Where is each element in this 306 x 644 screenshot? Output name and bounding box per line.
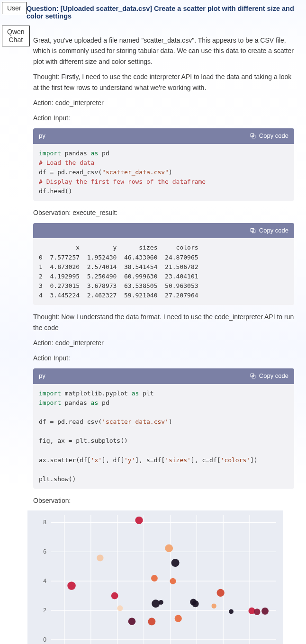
svg-point-48 — [229, 609, 234, 614]
code-lang-label: py — [39, 131, 45, 141]
question-text: Question: [Uploaded scatter_data.csv] Cr… — [0, 0, 306, 25]
code-block-1: py Copy code import pandas as pd # Load … — [33, 128, 294, 201]
svg-point-45 — [170, 578, 176, 584]
copy-icon — [250, 373, 256, 379]
role-bot-tag: QwenChat — [2, 26, 30, 46]
code-body-2: import matplotlib.pyplot as plt import p… — [33, 384, 294, 489]
svg-point-42 — [148, 618, 155, 626]
intro-paragraph: Great, you've uploaded a file named "sca… — [33, 35, 294, 67]
svg-point-46 — [192, 600, 198, 607]
svg-point-53 — [111, 592, 118, 599]
assistant-response: Great, you've uploaded a file named "sca… — [0, 25, 306, 644]
copy-code-button[interactable]: Copy code — [250, 131, 288, 141]
code-lang-label: py — [39, 371, 45, 381]
code-block-2: py Copy code import matplotlib.pyplot as… — [33, 368, 294, 489]
svg-point-51 — [216, 589, 224, 597]
svg-text:6: 6 — [43, 549, 46, 555]
svg-point-37 — [135, 517, 143, 524]
output-block-1: Copy code x y sizes colors 0 7.577257 1.… — [33, 223, 294, 305]
svg-point-43 — [175, 615, 182, 622]
svg-point-36 — [152, 600, 160, 608]
svg-point-38 — [165, 545, 173, 553]
svg-point-50 — [254, 609, 261, 616]
copy-code-button[interactable]: Copy code — [250, 226, 288, 236]
scatter-plot: 0123456702468 — [27, 510, 283, 644]
observation-2-label: Observation: — [33, 495, 294, 506]
observation-1-label: Observation: execute_result: — [33, 207, 294, 218]
action-2: Action: code_interpreter — [33, 338, 294, 348]
svg-text:2: 2 — [43, 607, 46, 614]
copy-code-button[interactable]: Copy code — [250, 371, 288, 381]
svg-point-35 — [67, 582, 76, 590]
svg-point-34 — [171, 559, 179, 567]
role-user-tag: User — [2, 2, 27, 14]
thought-1: Thought: Firstly, I need to use the code… — [33, 72, 294, 93]
svg-point-32 — [261, 608, 269, 615]
svg-point-41 — [128, 618, 136, 626]
copy-icon — [250, 227, 256, 234]
svg-text:8: 8 — [43, 519, 46, 526]
copy-icon — [250, 133, 256, 139]
svg-point-52 — [212, 604, 216, 608]
svg-point-47 — [151, 575, 158, 581]
action-input-2: Action Input: — [33, 353, 294, 363]
code-body-1: import pandas as pd # Load the data df =… — [33, 144, 294, 201]
svg-text:0: 0 — [43, 636, 46, 643]
action-1: Action: code_interpreter — [33, 98, 294, 108]
svg-text:4: 4 — [43, 578, 46, 585]
svg-point-39 — [97, 555, 103, 562]
svg-point-40 — [117, 606, 123, 611]
svg-point-44 — [159, 600, 163, 605]
scatter-svg: 0123456702468 — [27, 510, 283, 644]
thought-2: Thought: Now I understand the data forma… — [33, 312, 294, 333]
action-input-1: Action Input: — [33, 113, 294, 123]
table-output: x y sizes colors 0 7.577257 1.952430 46.… — [33, 238, 294, 305]
